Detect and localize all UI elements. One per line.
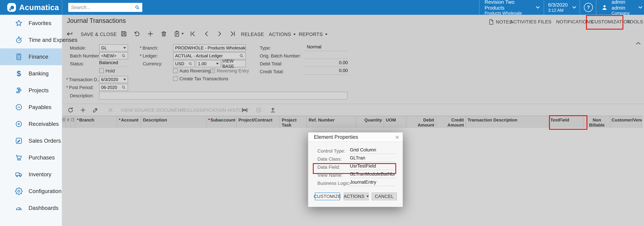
- column-header-credit-amount[interactable]: Credit Amount: [436, 116, 466, 128]
- refresh-icon[interactable]: [67, 106, 74, 114]
- actions-menu-button[interactable]: ACTIONS: [269, 32, 296, 37]
- acumatica-logo[interactable]: Acumatica: [7, 0, 59, 15]
- add-row-icon[interactable]: [79, 106, 87, 114]
- upload-icon[interactable]: [269, 106, 276, 114]
- column-header-description[interactable]: Description: [141, 116, 206, 128]
- back-button[interactable]: [66, 30, 74, 38]
- transaction-date-label: *Transaction D...: [66, 77, 101, 82]
- currency-code-lookup[interactable]: USD: [173, 60, 194, 67]
- magnifier-icon[interactable]: [239, 54, 244, 58]
- delete-record-icon[interactable]: [160, 30, 168, 38]
- column-header-non-billable[interactable]: Non Billable: [584, 116, 610, 128]
- sidebar-item-inventory[interactable]: Inventory: [0, 166, 62, 183]
- row-settings-column-header[interactable]: [62, 116, 66, 128]
- transaction-date-picker[interactable]: 6/3/2020: [99, 76, 128, 83]
- currency-rate-select[interactable]: 1.00: [196, 60, 221, 67]
- previous-record-icon[interactable]: [203, 30, 210, 38]
- module-label: Module:: [70, 46, 86, 51]
- customize-button[interactable]: CUSTOMIZE: [315, 192, 340, 200]
- sidebar-item-favorites[interactable]: Favorites: [0, 15, 62, 32]
- sidebar-item-banking[interactable]: $ Banking: [0, 65, 62, 82]
- save-icon[interactable]: [120, 30, 128, 38]
- note-column-header[interactable]: [70, 116, 75, 128]
- topbar-divider: [596, 0, 596, 15]
- column-header-account[interactable]: *Account: [117, 116, 141, 128]
- next-record-icon[interactable]: [216, 30, 224, 38]
- page-title: Journal Transactions: [67, 17, 126, 24]
- clipboard-icon[interactable]: [173, 30, 181, 38]
- view-base-button[interactable]: VIEW BASE: [222, 60, 246, 67]
- activities-button[interactable]: ACTIVITIES: [510, 19, 536, 24]
- sidebar-item-dashboards[interactable]: Dashboards: [0, 200, 62, 216]
- post-period-lookup[interactable]: 06-2020: [99, 84, 128, 91]
- magnifier-icon[interactable]: [121, 54, 126, 58]
- sidebar-item-finance[interactable]: Finance: [0, 48, 62, 65]
- clipboard-menu-caret[interactable]: [180, 30, 185, 38]
- files-button[interactable]: FILES: [538, 19, 552, 24]
- module-select[interactable]: GL: [99, 44, 128, 52]
- column-header-customer-vendor[interactable]: Customer/Vendor: [610, 116, 642, 128]
- tools-button[interactable]: TOOLS: [627, 19, 644, 24]
- help-button[interactable]: ?: [584, 0, 593, 15]
- dialog-actions-button[interactable]: ACTIONS: [344, 192, 368, 200]
- search-icon[interactable]: [134, 5, 140, 10]
- cancel-button[interactable]: CANCEL: [372, 192, 397, 200]
- first-record-icon[interactable]: [189, 30, 196, 38]
- column-header-branch[interactable]: *Branch: [75, 116, 117, 128]
- user-menu[interactable]: admin admin Company: [601, 0, 642, 15]
- sidebar-item-receivables[interactable]: Receivables: [0, 116, 62, 132]
- column-header-project-task[interactable]: Project Task: [280, 116, 307, 128]
- reports-menu-button[interactable]: REPORTS: [299, 32, 328, 37]
- column-header-testfield[interactable]: TestField: [549, 116, 584, 128]
- type-value: Normal: [304, 44, 348, 51]
- close-icon[interactable]: [394, 134, 400, 140]
- save-and-close-button[interactable]: SAVE & CLOSE: [81, 32, 117, 37]
- chevron-down-icon: [216, 63, 219, 65]
- auto-reversing-label: Auto Reversing: [180, 68, 210, 74]
- branch-lookup[interactable]: PRODWHOLE - Products Wholesale: [173, 44, 246, 52]
- ledger-lookup[interactable]: ACTUAL - Actual Ledger: [173, 52, 246, 59]
- sidebar-item-payables[interactable]: Payables: [0, 99, 62, 116]
- add-record-icon[interactable]: [146, 30, 154, 38]
- column-header-subaccount[interactable]: *Subaccount: [206, 116, 237, 128]
- element-properties-dialog: Element Properties Control Type: Grid Co…: [308, 132, 403, 207]
- description-input[interactable]: [100, 92, 347, 99]
- customization-button[interactable]: CUSTOMIZATION: [591, 19, 631, 24]
- undo-icon[interactable]: [133, 30, 141, 38]
- collapse-form-chevron-icon[interactable]: [636, 42, 641, 45]
- column-header-ref-number[interactable]: Ref. Number: [307, 116, 356, 128]
- column-header-project-contract[interactable]: Project/Contract: [237, 116, 280, 128]
- magnifier-icon[interactable]: [188, 62, 192, 66]
- column-header-uom[interactable]: UOM: [384, 116, 406, 128]
- sidebar-item-purchases[interactable]: Purchases: [0, 149, 62, 166]
- auto-reversing-checkbox[interactable]: [173, 68, 178, 73]
- description-field[interactable]: [99, 92, 348, 100]
- sidebar-item-time-and-expenses[interactable]: Time and Expenses: [0, 32, 62, 48]
- sidebar-item-sales-orders[interactable]: Sales Orders: [0, 132, 62, 149]
- release-button[interactable]: RELEASE: [241, 32, 264, 37]
- notifications-button[interactable]: NOTIFICATIONS: [556, 19, 593, 24]
- last-record-icon[interactable]: [229, 30, 236, 38]
- attachment-column-header[interactable]: [66, 116, 70, 128]
- grid-separator: [62, 104, 644, 104]
- sidebar-item-configuration[interactable]: Configuration: [0, 183, 62, 200]
- hold-checkbox[interactable]: [99, 68, 104, 73]
- control-type-value: Grid Column: [350, 147, 395, 154]
- business-date-selector[interactable]: 6/3/2020 3:12 AM: [548, 0, 575, 15]
- search-input[interactable]: [68, 5, 134, 10]
- column-header-quantity[interactable]: Quantity: [356, 116, 384, 128]
- column-header-debit-amount[interactable]: Debit Amount: [406, 116, 436, 128]
- company-selector[interactable]: Revision Two Products Products Wholesale: [484, 0, 540, 15]
- batch-number-lookup[interactable]: <NEW>: [99, 52, 128, 59]
- global-search[interactable]: [68, 3, 142, 12]
- fit-width-icon[interactable]: [241, 106, 248, 114]
- notes-button[interactable]: NOTES: [489, 19, 512, 25]
- business-time: 3:12 AM: [548, 8, 568, 13]
- create-tax-transactions-checkbox[interactable]: [173, 76, 178, 81]
- view-name-label: View Name:: [318, 172, 342, 178]
- note-icon: [489, 19, 494, 25]
- edit-row-icon[interactable]: [92, 106, 99, 114]
- sidebar-item-projects[interactable]: Projects: [0, 82, 62, 99]
- column-header-transaction-description[interactable]: Transaction Description: [466, 116, 549, 128]
- magnifier-icon[interactable]: [121, 85, 126, 90]
